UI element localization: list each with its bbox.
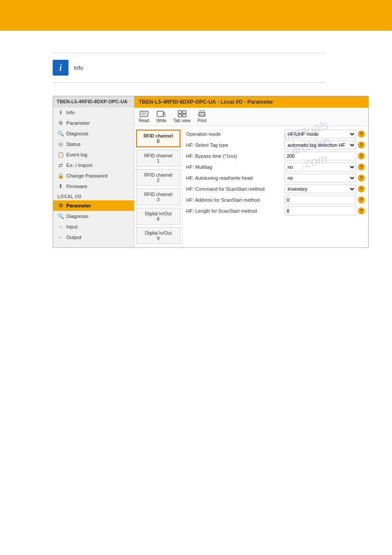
local-io-section-label: LOCAL I/O bbox=[53, 192, 134, 200]
param-label-bypass-time: HF: Bypass time (*1ms) bbox=[186, 153, 283, 159]
write-label: Write bbox=[156, 118, 166, 123]
output-nav-icon: ← bbox=[58, 234, 64, 240]
sidebar-item-changepassword-label: Change Password bbox=[66, 173, 108, 178]
channel-btn-0[interactable]: RFID channel0 bbox=[136, 130, 180, 147]
info-section: i Info bbox=[53, 53, 325, 83]
help-operation-mode[interactable]: ? bbox=[358, 131, 365, 138]
sidebar-item-parameter-local-label: Parameter bbox=[66, 203, 91, 208]
main-panel: TBEN-L5-4RFID-8DXP-OPC-UA - Local I/O - … bbox=[134, 96, 368, 247]
eventlog-nav-icon: 📋 bbox=[58, 152, 64, 158]
toolbar: Read Write bbox=[134, 108, 368, 126]
firmware-nav-icon: ⬆ bbox=[58, 183, 64, 189]
param-row-select-tag-type: HF: Select Tag type automatic tag detect… bbox=[186, 141, 365, 149]
channel-btn-1[interactable]: RFID channel1 bbox=[136, 150, 180, 167]
eximport-nav-icon: ⇄ bbox=[58, 162, 64, 168]
channel-btn-dio8[interactable]: Digital In/Out8 bbox=[136, 208, 180, 225]
param-label-autotuning: HF: Autotuning read/write head bbox=[186, 175, 283, 181]
channel-btn-2[interactable]: RFID channel2 bbox=[136, 169, 180, 186]
param-select-operation-mode[interactable]: HF/UHF mode HF mode UHF mode bbox=[284, 130, 356, 138]
sidebar-item-eximport[interactable]: ⇄ Ex- / Import bbox=[53, 160, 134, 170]
svg-rect-6 bbox=[178, 114, 182, 117]
info-nav-icon: ℹ bbox=[58, 109, 64, 116]
sidebar-item-info[interactable]: ℹ Info bbox=[53, 107, 134, 118]
help-scan-start-cmd[interactable]: ? bbox=[358, 185, 365, 192]
read-icon bbox=[140, 110, 148, 117]
param-label-multitag: HF: Multitag bbox=[186, 164, 283, 170]
svg-rect-4 bbox=[178, 111, 182, 113]
params-panel: Operation mode HF/UHF mode HF mode UHF m… bbox=[183, 126, 368, 247]
svg-rect-3 bbox=[157, 111, 163, 116]
sidebar-item-status-label: Status bbox=[66, 141, 81, 147]
param-select-multitag[interactable]: no yes bbox=[284, 163, 356, 171]
channel-btn-3[interactable]: RFID channel3 bbox=[136, 189, 180, 205]
param-input-scan-start-addr[interactable] bbox=[284, 196, 356, 204]
info-label: Info bbox=[74, 65, 83, 71]
param-row-autotuning: HF: Autotuning read/write head no yes ? bbox=[186, 174, 365, 182]
sidebar-item-eventlog[interactable]: 📋 Event log bbox=[53, 149, 134, 160]
sidebar-item-eventlog-label: Event log bbox=[66, 152, 87, 157]
diagnosis-nav-icon: 🔍 bbox=[58, 131, 64, 137]
print-button[interactable]: Print bbox=[198, 110, 207, 123]
info-icon-box: i bbox=[53, 60, 68, 76]
help-bypass-time[interactable]: ? bbox=[358, 152, 365, 160]
sidebar-item-diagnosis-local-label: Diagnosis bbox=[66, 214, 89, 219]
param-label-scan-start-addr: HF: Address for ScanStart method bbox=[186, 197, 283, 203]
parameter-local-nav-icon: ⚙ bbox=[58, 203, 64, 209]
print-icon bbox=[198, 110, 206, 117]
write-button[interactable]: Write bbox=[156, 110, 166, 123]
sidebar-device-title: TBEN-L5-4RFID-8DXP-OPC-UA bbox=[53, 96, 134, 107]
tab-view-button[interactable]: Tab view bbox=[173, 110, 191, 123]
svg-rect-5 bbox=[183, 111, 186, 113]
sidebar-item-firmware-label: Firmware bbox=[66, 184, 87, 189]
help-autotuning[interactable]: ? bbox=[358, 174, 365, 181]
header-bar bbox=[0, 0, 392, 31]
param-select-scan-start-cmd[interactable]: Inventory Read Write bbox=[284, 185, 356, 193]
help-scan-start-addr[interactable]: ? bbox=[358, 196, 365, 203]
sidebar-item-parameter-label: Parameter bbox=[66, 120, 90, 126]
param-label-select-tag-type: HF: Select Tag type bbox=[186, 142, 283, 148]
param-row-scan-start-addr: HF: Address for ScanStart method ? bbox=[186, 196, 365, 204]
read-button[interactable]: Read bbox=[139, 110, 149, 123]
screenshot-wrapper: manuals archive .com TBEN-L5-4RFID-8DXP-… bbox=[53, 96, 369, 248]
tab-view-label: Tab view bbox=[173, 118, 191, 123]
sidebar-item-firmware[interactable]: ⬆ Firmware bbox=[53, 181, 134, 192]
sidebar-item-changepassword[interactable]: 🔒 Change Password bbox=[53, 170, 134, 181]
tab-view-icon bbox=[178, 110, 187, 117]
parameter-nav-icon: ⚙ bbox=[58, 120, 64, 126]
param-input-scan-start-len[interactable] bbox=[284, 207, 356, 215]
sidebar-item-diagnosis[interactable]: 🔍 Diagnosis bbox=[53, 128, 134, 139]
channel-nav: RFID channel0 RFID channel1 RFID channel… bbox=[134, 126, 183, 247]
param-label-operation-mode: Operation mode bbox=[186, 131, 283, 137]
sidebar-item-input[interactable]: → Input bbox=[53, 221, 134, 232]
param-label-scan-start-len: HF: Length for ScanStart method bbox=[186, 208, 283, 214]
param-row-multitag: HF: Multitag no yes ? bbox=[186, 163, 365, 171]
param-input-bypass-time[interactable] bbox=[284, 152, 356, 160]
help-select-tag-type[interactable]: ? bbox=[358, 141, 365, 149]
write-icon bbox=[157, 110, 165, 117]
sidebar-item-output-label: Output bbox=[66, 235, 82, 240]
sidebar-item-diagnosis-local[interactable]: 🔍 Diagnosis bbox=[53, 211, 134, 221]
panel-title-bar: TBEN-L5-4RFID-8DXP-OPC-UA - Local I/O - … bbox=[134, 96, 368, 108]
sidebar-item-diagnosis-label: Diagnosis bbox=[66, 131, 89, 136]
sidebar-item-parameter[interactable]: ⚙ Parameter bbox=[53, 118, 134, 128]
main-content: i Info manuals archive .com TBEN-L5-4RFI… bbox=[0, 31, 392, 270]
help-multitag[interactable]: ? bbox=[358, 163, 365, 170]
help-scan-start-len[interactable]: ? bbox=[358, 207, 365, 214]
sidebar: TBEN-L5-4RFID-8DXP-OPC-UA ℹ Info ⚙ Param… bbox=[53, 96, 134, 247]
read-label: Read bbox=[139, 118, 149, 123]
param-select-tag-type[interactable]: automatic tag detection HF ISO 15693 ISO… bbox=[284, 141, 356, 149]
sidebar-item-input-label: Input bbox=[66, 224, 78, 229]
param-row-operation-mode: Operation mode HF/UHF mode HF mode UHF m… bbox=[186, 130, 365, 138]
device-ui: TBEN-L5-4RFID-8DXP-OPC-UA ℹ Info ⚙ Param… bbox=[53, 96, 369, 248]
sidebar-item-info-label: Info bbox=[66, 110, 75, 115]
channel-btn-dio9[interactable]: Digital In/Out9 bbox=[136, 227, 180, 244]
content-area: RFID channel0 RFID channel1 RFID channel… bbox=[134, 126, 368, 247]
param-row-scan-start-len: HF: Length for ScanStart method ? bbox=[186, 207, 365, 215]
svg-rect-0 bbox=[140, 111, 148, 116]
sidebar-item-output[interactable]: ← Output bbox=[53, 232, 134, 243]
sidebar-item-status[interactable]: ◎ Status bbox=[53, 139, 134, 149]
svg-rect-7 bbox=[183, 114, 186, 117]
param-select-autotuning[interactable]: no yes bbox=[284, 174, 356, 182]
sidebar-item-parameter-local[interactable]: ⚙ Parameter bbox=[53, 200, 134, 211]
input-nav-icon: → bbox=[58, 224, 64, 230]
